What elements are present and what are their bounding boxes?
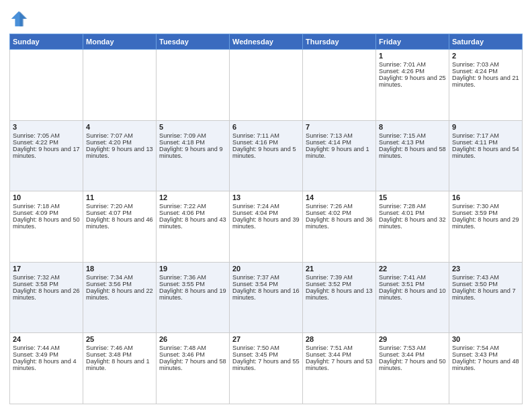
day-info: Sunset: 3:43 PM <box>452 351 519 358</box>
day-info: Sunrise: 7:30 AM <box>452 203 519 210</box>
day-info: Sunrise: 7:41 AM <box>379 274 446 281</box>
day-number: 24 <box>13 335 80 343</box>
day-number: 14 <box>306 193 373 201</box>
day-info: Sunset: 4:01 PM <box>379 210 446 216</box>
day-info: Sunrise: 7:05 AM <box>13 132 80 139</box>
weekday-header-tuesday: Tuesday <box>157 34 230 50</box>
day-info: Sunset: 4:06 PM <box>159 210 226 216</box>
day-number: 30 <box>452 335 519 343</box>
day-number: 18 <box>86 265 153 273</box>
day-info: Sunset: 3:55 PM <box>159 281 226 287</box>
day-number: 23 <box>452 265 519 273</box>
day-info: Daylight: 7 hours and 48 minutes. <box>452 358 519 371</box>
day-info: Daylight: 7 hours and 53 minutes. <box>306 358 373 371</box>
day-info: Sunset: 3:56 PM <box>86 281 153 287</box>
day-info: Sunrise: 7:34 AM <box>86 274 153 281</box>
day-info: Sunrise: 7:15 AM <box>379 132 446 139</box>
calendar-cell: 19Sunrise: 7:36 AMSunset: 3:55 PMDayligh… <box>157 262 230 333</box>
day-info: Daylight: 8 hours and 46 minutes. <box>86 216 153 230</box>
day-info: Sunrise: 7:09 AM <box>159 132 226 139</box>
day-info: Daylight: 8 hours and 50 minutes. <box>13 216 80 230</box>
calendar-cell: 4Sunrise: 7:07 AMSunset: 4:20 PMDaylight… <box>83 120 157 191</box>
week-row-2: 3Sunrise: 7:05 AMSunset: 4:22 PMDaylight… <box>10 120 523 191</box>
week-row-4: 17Sunrise: 7:32 AMSunset: 3:58 PMDayligh… <box>10 262 523 333</box>
day-info: Sunrise: 7:13 AM <box>306 132 373 139</box>
day-number: 5 <box>159 123 226 131</box>
day-info: Sunrise: 7:11 AM <box>232 132 300 139</box>
header <box>9 7 523 28</box>
day-info: Daylight: 8 hours and 1 minute. <box>86 358 153 371</box>
calendar-cell: 20Sunrise: 7:37 AMSunset: 3:54 PMDayligh… <box>230 262 303 333</box>
day-info: Daylight: 8 hours and 4 minutes. <box>13 358 80 371</box>
day-info: Sunrise: 7:53 AM <box>379 345 446 351</box>
day-number: 12 <box>159 193 226 201</box>
day-number: 27 <box>232 335 300 343</box>
day-number: 2 <box>452 52 519 60</box>
calendar-cell: 5Sunrise: 7:09 AMSunset: 4:18 PMDaylight… <box>157 120 230 191</box>
calendar-cell: 24Sunrise: 7:44 AMSunset: 3:49 PMDayligh… <box>10 333 83 404</box>
day-info: Sunset: 3:46 PM <box>159 351 226 358</box>
day-number: 17 <box>13 265 80 273</box>
calendar-body: 1Sunrise: 7:01 AMSunset: 4:26 PMDaylight… <box>10 50 523 404</box>
day-info: Sunset: 4:14 PM <box>306 139 373 146</box>
day-info: Daylight: 8 hours and 58 minutes. <box>379 146 446 159</box>
day-info: Sunrise: 7:44 AM <box>13 345 80 351</box>
day-info: Sunrise: 7:32 AM <box>13 274 80 281</box>
calendar-cell: 9Sunrise: 7:17 AMSunset: 4:11 PMDaylight… <box>449 120 523 191</box>
day-info: Daylight: 8 hours and 39 minutes. <box>232 216 300 230</box>
day-number: 6 <box>232 123 300 131</box>
day-number: 3 <box>13 123 80 131</box>
day-info: Daylight: 8 hours and 26 minutes. <box>13 287 80 301</box>
day-info: Sunset: 4:13 PM <box>379 139 446 146</box>
day-info: Sunset: 4:16 PM <box>232 139 300 146</box>
day-info: Sunrise: 7:43 AM <box>452 274 519 281</box>
day-info: Sunrise: 7:18 AM <box>13 203 80 210</box>
day-number: 7 <box>306 123 373 131</box>
day-number: 8 <box>379 123 446 131</box>
calendar-cell: 8Sunrise: 7:15 AMSunset: 4:13 PMDaylight… <box>376 120 449 191</box>
day-number: 25 <box>86 335 153 343</box>
day-info: Sunrise: 7:39 AM <box>306 274 373 281</box>
day-info: Sunset: 3:50 PM <box>452 281 519 287</box>
day-number: 9 <box>452 123 519 131</box>
day-info: Sunset: 3:49 PM <box>13 351 80 358</box>
day-info: Sunrise: 7:26 AM <box>306 203 373 210</box>
day-info: Daylight: 8 hours and 13 minutes. <box>306 287 373 301</box>
day-number: 16 <box>452 193 519 201</box>
day-info: Sunset: 3:59 PM <box>452 210 519 216</box>
day-info: Sunset: 4:26 PM <box>379 68 446 75</box>
day-info: Daylight: 9 hours and 21 minutes. <box>452 75 519 88</box>
calendar-cell: 12Sunrise: 7:22 AMSunset: 4:06 PMDayligh… <box>157 191 230 263</box>
day-info: Sunrise: 7:50 AM <box>232 345 300 351</box>
calendar-cell: 1Sunrise: 7:01 AMSunset: 4:26 PMDaylight… <box>376 50 449 121</box>
weekday-header-monday: Monday <box>83 34 157 50</box>
weekday-header-wednesday: Wednesday <box>230 34 303 50</box>
day-info: Sunset: 4:18 PM <box>159 139 226 146</box>
page: SundayMondayTuesdayWednesdayThursdayFrid… <box>0 0 532 411</box>
day-info: Sunset: 4:02 PM <box>306 210 373 216</box>
day-info: Daylight: 9 hours and 1 minute. <box>306 146 373 159</box>
day-info: Sunrise: 7:51 AM <box>306 345 373 351</box>
day-info: Sunset: 3:44 PM <box>306 351 373 358</box>
day-number: 10 <box>13 193 80 201</box>
day-info: Sunset: 3:58 PM <box>13 281 80 287</box>
day-info: Daylight: 7 hours and 55 minutes. <box>232 358 300 371</box>
day-number: 21 <box>306 265 373 273</box>
weekday-header-saturday: Saturday <box>449 34 523 50</box>
day-info: Sunrise: 7:17 AM <box>452 132 519 139</box>
day-number: 11 <box>86 193 153 201</box>
day-info: Sunrise: 7:20 AM <box>86 203 153 210</box>
day-info: Sunset: 4:20 PM <box>86 139 153 146</box>
calendar-cell: 27Sunrise: 7:50 AMSunset: 3:45 PMDayligh… <box>230 333 303 404</box>
day-info: Sunset: 4:22 PM <box>13 139 80 146</box>
day-number: 4 <box>86 123 153 131</box>
calendar-cell: 26Sunrise: 7:48 AMSunset: 3:46 PMDayligh… <box>157 333 230 404</box>
weekday-row: SundayMondayTuesdayWednesdayThursdayFrid… <box>10 34 523 50</box>
calendar-cell <box>303 50 376 121</box>
calendar-cell: 16Sunrise: 7:30 AMSunset: 3:59 PMDayligh… <box>449 191 523 263</box>
calendar-cell: 3Sunrise: 7:05 AMSunset: 4:22 PMDaylight… <box>10 120 83 191</box>
day-info: Daylight: 7 hours and 58 minutes. <box>159 358 226 371</box>
calendar-cell <box>83 50 157 121</box>
day-number: 13 <box>232 193 300 201</box>
day-info: Sunset: 3:54 PM <box>232 281 300 287</box>
